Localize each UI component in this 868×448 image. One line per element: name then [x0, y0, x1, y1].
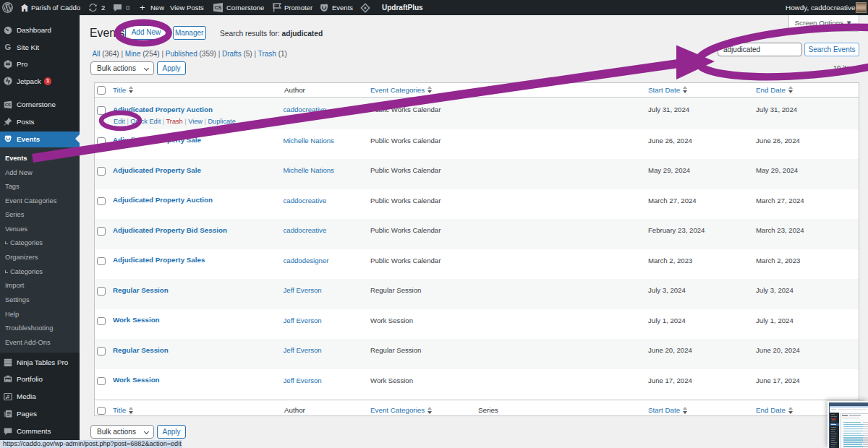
- svg-text:G: G: [5, 43, 12, 51]
- svg-text:CS: CS: [5, 103, 11, 107]
- svg-text:CS: CS: [214, 5, 221, 10]
